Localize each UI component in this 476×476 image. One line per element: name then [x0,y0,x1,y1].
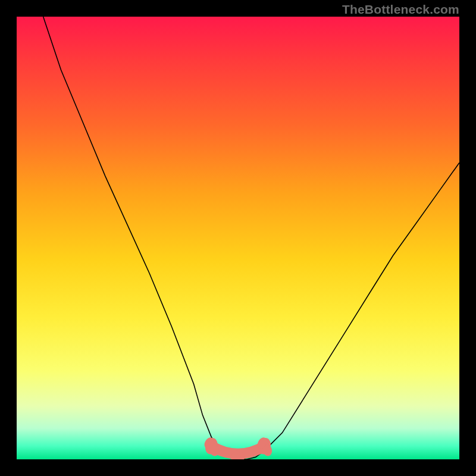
plot-area [17,17,459,459]
watermark-text: TheBottleneck.com [342,2,459,17]
marker-group [202,436,274,459]
bottleneck-chart [17,17,459,459]
bottleneck-curve-line [43,17,459,459]
chart-frame: TheBottleneck.com [0,0,476,476]
